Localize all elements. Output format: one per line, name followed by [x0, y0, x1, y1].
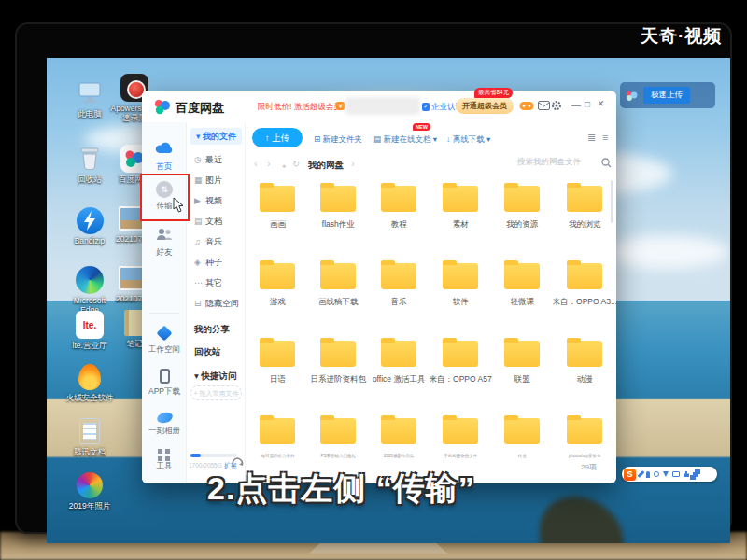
breadcrumb[interactable]: 我的网盘 [308, 160, 344, 172]
folder-icon [260, 341, 295, 367]
nav-item-torrents[interactable]: ◈种子 [194, 257, 222, 269]
nav-item-recent[interactable]: ◷最近 [194, 154, 222, 166]
folder-item[interactable]: flash作业 [308, 182, 369, 259]
phone-icon [160, 369, 170, 384]
home-cloud-icon [154, 140, 175, 155]
scrollbar[interactable] [611, 180, 613, 223]
rail-label: 好友 [142, 247, 187, 259]
nav-quick-access[interactable]: ▾ 快捷访问 [194, 371, 236, 383]
close-button[interactable]: × [598, 99, 604, 108]
rail-item-friends[interactable]: 好友 [142, 228, 187, 259]
folder-item[interactable]: photoshop安装包 [553, 414, 617, 492]
folder-item[interactable]: 作业 [492, 414, 553, 492]
mic-icon[interactable] [646, 471, 650, 478]
keyboard-icon[interactable] [672, 471, 680, 477]
nav-item-videos[interactable]: ▶视频 [194, 195, 222, 207]
music-icon: ♫ [194, 237, 205, 246]
rail-label: 首页 [142, 161, 187, 173]
folder-item[interactable]: 日语 [247, 337, 308, 414]
search-icon[interactable] [601, 158, 612, 168]
desktop-icon-huorong[interactable]: 火绒安全软件 [65, 362, 114, 403]
refresh-icon[interactable]: ↻ [292, 159, 300, 169]
settings-gear-icon[interactable] [551, 100, 562, 111]
quick-access-dropzone[interactable]: + 拖入常用文件夹 [190, 385, 242, 400]
rail-item-app-download[interactable]: APP下载 [142, 369, 187, 398]
nav-item-music[interactable]: ♫音乐 [194, 236, 222, 248]
folder-item[interactable]: 轻微课 [492, 259, 553, 337]
grid-view-icon[interactable]: ≡ [602, 132, 608, 143]
rail-label: 工具 [142, 461, 187, 472]
download-icon: ↓ [446, 134, 450, 144]
folder-item[interactable]: 来自：OPPO A57 [430, 337, 492, 414]
desktop-icon-photos-app[interactable]: 2019年照片 [65, 470, 114, 511]
new-badge: NEW [413, 123, 430, 131]
folder-item[interactable]: 软件 [430, 259, 492, 337]
rail-item-yike-album[interactable]: 一刻相册 [142, 410, 187, 437]
fast-upload-button[interactable]: 极速上传 [643, 87, 690, 104]
promo-link[interactable]: 限时低价! 激活超级会员 [258, 102, 342, 113]
folder-item[interactable]: 我的资源 [492, 182, 553, 259]
folder-item[interactable]: 我的浏览 [553, 182, 617, 259]
tools-puzzle-icon[interactable] [684, 471, 689, 477]
desktop-icon-bandizip[interactable]: Bandizip [65, 205, 114, 246]
desktop-icon-docs[interactable]: 腾讯文档 [65, 416, 114, 457]
nav-my-shares[interactable]: 我的分享 [194, 324, 230, 336]
arrow-down-icon[interactable] [663, 471, 669, 477]
folder-item[interactable]: 画画 [247, 182, 308, 259]
nav-my-files[interactable]: ▾ 我的文件 [190, 128, 242, 145]
ime-toolbar[interactable]: S [622, 467, 717, 482]
folder-item[interactable]: 动漫 [553, 337, 617, 414]
nav-item-pictures[interactable]: ▦图片 [194, 175, 222, 187]
watermark: 天奇·视频 [641, 24, 722, 49]
rail-item-workspace[interactable]: 工作空间 [142, 326, 187, 356]
netdisk-upload-widget[interactable]: 极速上传 [620, 82, 715, 108]
new-folder-button[interactable]: ⊞ 新建文件夹 [314, 134, 362, 146]
folder-item[interactable]: office 激活工具 [369, 337, 430, 414]
back-icon[interactable]: ‹ [254, 159, 258, 169]
folder-item[interactable]: 画线稿下载 [308, 259, 369, 337]
rail-item-home[interactable]: 首页 [142, 140, 187, 173]
folder-item[interactable]: 日系进阶资料包 [308, 337, 369, 414]
folder-icon [260, 263, 295, 289]
promo-cart-icon[interactable]: ¥ [336, 102, 345, 110]
nav-item-hidden-space[interactable]: ⊟隐藏空间 [194, 298, 239, 310]
nav-recycle-bin[interactable]: 回收站 [194, 346, 221, 358]
minimize-button[interactable]: — [571, 101, 581, 110]
grid-menu-icon[interactable] [693, 472, 698, 477]
nav-item-documents[interactable]: ▤文档 [194, 216, 222, 228]
folder-item[interactable]: 联盟 [492, 337, 553, 414]
forward-icon[interactable]: › [267, 159, 271, 169]
rail-label: 一刻相册 [142, 426, 187, 437]
folder-item[interactable]: 教程 [369, 182, 430, 259]
pen-icon[interactable] [638, 470, 645, 478]
desktop-icon-lte[interactable]: lte. lte.营业厅 [65, 310, 114, 351]
emoji-icon[interactable] [654, 471, 659, 477]
nav-item-other[interactable]: ⋯其它 [194, 277, 222, 289]
list-view-icon[interactable]: ≣ [587, 132, 596, 144]
open-svip-button[interactable]: 开通超级会员 [456, 98, 514, 114]
storage-bar [190, 454, 237, 457]
dot-separator: ● [282, 161, 286, 171]
seed-icon: ◈ [194, 258, 205, 267]
sogou-logo-icon[interactable]: S [624, 469, 636, 481]
search-input[interactable] [517, 157, 599, 166]
desktop-icon-this-pc[interactable]: 此电脑 [65, 78, 114, 119]
rail-item-tools[interactable]: 工具 [142, 447, 187, 472]
new-online-doc-button[interactable]: ▤ 新建在线文档 ▾ [374, 134, 437, 146]
desktop-icon-edge[interactable]: Microsoft Edge [65, 265, 114, 315]
folder-item[interactable]: 来自：OPPO A3... [553, 259, 617, 337]
folder-icon [381, 263, 416, 289]
folder-item[interactable]: 游戏 [247, 259, 308, 337]
mouse-cursor [173, 197, 186, 214]
gamepad-icon[interactable] [519, 101, 534, 111]
maximize-button[interactable]: □ [585, 100, 590, 109]
folder-item[interactable]: 音乐 [369, 259, 430, 337]
mail-icon[interactable] [538, 101, 550, 110]
upload-button[interactable]: ↑ 上传 [252, 128, 303, 147]
storage-bar-fill [190, 454, 201, 457]
folder-item[interactable]: 素材 [430, 182, 492, 259]
desktop-icon-recycle-bin[interactable]: 回收站 [65, 144, 114, 185]
colorwheel-app-icon [65, 470, 114, 500]
chevron-down-icon: ▾ [430, 134, 437, 144]
offline-download-button[interactable]: ↓ 离线下载 ▾ [446, 134, 490, 146]
